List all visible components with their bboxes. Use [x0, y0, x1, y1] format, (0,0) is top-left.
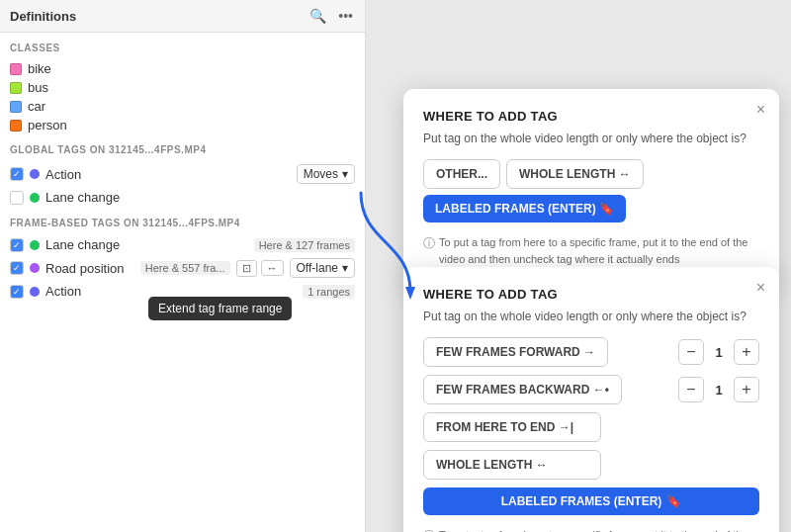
list-item: Lane change Here & 127 frames [10, 234, 355, 255]
counter-group: − 1 + [678, 377, 759, 402]
popup-subtitle: Put tag on the whole video length or onl… [423, 132, 759, 145]
list-item: bus [10, 78, 355, 97]
tag-checkbox[interactable] [10, 261, 24, 275]
tag-value-select[interactable]: Moves ▾ [297, 164, 355, 184]
color-indicator [10, 82, 22, 94]
labeled-frames-row: LABELED FRAMES (ENTER) 🔖 [423, 488, 759, 515]
color-indicator [10, 63, 22, 75]
counter-value: 1 [710, 345, 728, 360]
frame-badge: Here & 127 frames [254, 238, 355, 252]
frame-badge: Here & 557 fra... [140, 261, 230, 275]
class-name: car [28, 99, 45, 114]
frame-actions: ⊡ ↔ [236, 260, 284, 277]
sidebar-title: Definitions [10, 9, 76, 24]
popup-title: WHERE TO ADD TAG [423, 109, 759, 124]
tag-color-dot [30, 193, 40, 203]
increment-button[interactable]: + [734, 377, 759, 402]
tag-value: Moves [304, 167, 338, 181]
tag-color-dot [30, 263, 40, 273]
color-indicator [10, 120, 22, 132]
popup-subtitle: Put tag on the whole video length or onl… [423, 310, 759, 323]
popup-buttons-row: OTHER... WHOLE LENGTH ↔ LABELED FRAMES (… [423, 159, 759, 222]
increment-button[interactable]: + [734, 339, 759, 365]
sidebar-header: Definitions 🔍 ••• [0, 0, 365, 33]
frame-icon-btn[interactable]: ⊡ [236, 260, 257, 277]
labeled-frames-button[interactable]: LABELED FRAMES (ENTER) 🔖 [423, 488, 759, 515]
frame-tags-section-label: FRAME-BASED TAGS ON 312145...4FPS.MP4 [10, 218, 355, 228]
chevron-down-icon: ▾ [342, 261, 348, 275]
tooltip: Extend tag frame range [148, 297, 292, 320]
chevron-down-icon: ▾ [342, 167, 348, 181]
tag-checkbox[interactable] [10, 167, 24, 181]
search-button[interactable]: 🔍 [308, 6, 328, 26]
from-here-to-end-button[interactable]: FROM HERE TO END →| [423, 412, 601, 442]
popup-close-button[interactable]: × [756, 279, 765, 297]
whole-length-button[interactable]: WHOLE LENGTH ↔ [423, 450, 601, 480]
guide-arrow [351, 183, 420, 306]
whole-length-button[interactable]: WHOLE LENGTH ↔ [506, 159, 644, 189]
list-item: Road position Here & 557 fra... ⊡ ↔ Off-… [10, 255, 355, 281]
tag-name: Lane change [45, 190, 355, 205]
popup-note-text: To put a tag from here to a specific fra… [439, 527, 759, 532]
labeled-frames-label: LABELED FRAMES (ENTER) [501, 494, 662, 508]
tag-value-select[interactable]: Off-lane ▾ [290, 258, 355, 278]
popup-where-to-add-tag-1: × WHERE TO ADD TAG Put tag on the whole … [403, 89, 779, 287]
popup-note-text: To put a tag from here to a specific fra… [439, 234, 759, 267]
counter-value: 1 [710, 383, 728, 398]
info-icon: ⓘ [423, 234, 435, 267]
whole-length-row: WHOLE LENGTH ↔ [423, 450, 759, 480]
info-icon: ⓘ [423, 527, 435, 532]
other-button[interactable]: OTHER... [423, 159, 500, 189]
tag-color-dot [30, 169, 40, 179]
tag-name: Road position [45, 261, 134, 276]
few-frames-forward-button[interactable]: FEW FRAMES FORWARD → [423, 337, 608, 367]
decrement-button[interactable]: − [678, 339, 704, 365]
few-frames-forward-row: FEW FRAMES FORWARD → − 1 + [423, 337, 759, 367]
tag-name: Lane change [45, 237, 248, 252]
few-frames-backward-button[interactable]: FEW FRAMES BACKWARD ←• [423, 375, 622, 404]
few-frames-backward-row: FEW FRAMES BACKWARD ←• − 1 + [423, 375, 759, 404]
global-tags-section-label: GLOBAL TAGS ON 312145...4FPS.MP4 [10, 144, 355, 155]
svg-marker-0 [405, 287, 415, 300]
class-name: person [28, 118, 67, 133]
class-name: bus [28, 80, 48, 95]
tag-checkbox[interactable] [10, 191, 24, 205]
list-item: person [10, 116, 355, 134]
frame-badge: 1 ranges [303, 285, 355, 299]
tag-checkbox[interactable] [10, 285, 24, 299]
from-here-to-end-row: FROM HERE TO END →| [423, 412, 759, 442]
popup-close-button[interactable]: × [756, 101, 765, 119]
popup-note: ⓘ To put a tag from here to a specific f… [423, 234, 759, 267]
list-item: Lane change [10, 187, 355, 208]
tag-value: Off-lane [297, 261, 338, 275]
decrement-button[interactable]: − [678, 377, 704, 402]
tag-name: Action [45, 167, 291, 182]
counter-group: − 1 + [678, 339, 759, 365]
sidebar-header-icons: 🔍 ••• [308, 6, 355, 26]
list-item: car [10, 97, 355, 116]
tag-checkbox[interactable] [10, 238, 24, 252]
popup-note: ⓘ To put a tag from here to a specific f… [423, 527, 759, 532]
classes-section-label: CLASSES [10, 43, 355, 53]
extend-range-btn[interactable]: ↔ [261, 260, 284, 276]
tag-color-dot [30, 287, 40, 297]
color-indicator [10, 101, 22, 113]
list-item: bike [10, 59, 355, 78]
list-item: Action Moves ▾ [10, 161, 355, 187]
bookmark-icon: 🔖 [666, 494, 681, 508]
popup-title: WHERE TO ADD TAG [423, 287, 759, 302]
class-name: bike [28, 61, 51, 76]
more-options-button[interactable]: ••• [336, 6, 355, 26]
popup-where-to-add-tag-2: × WHERE TO ADD TAG Put tag on the whole … [403, 267, 779, 532]
tag-color-dot [30, 240, 40, 250]
sidebar-body: CLASSES bike bus car person GLOBAL TAGS … [0, 33, 365, 532]
labeled-frames-button[interactable]: LABELED FRAMES (ENTER) 🔖 [423, 195, 626, 222]
sidebar: Definitions 🔍 ••• CLASSES bike bus car p… [0, 0, 366, 532]
